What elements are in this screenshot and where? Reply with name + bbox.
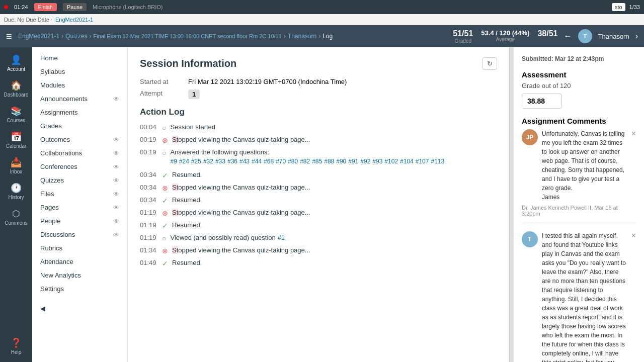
- finish-button[interactable]: Finish: [34, 3, 57, 11]
- q-82[interactable]: #82: [300, 158, 310, 165]
- breadcrumb: EngMed2021-1 › Quizzes › Final Exam 12 M…: [18, 33, 333, 40]
- courses-icon: 📚: [11, 106, 22, 117]
- log-text-10: Resumed.: [172, 259, 202, 266]
- q-91[interactable]: #91: [348, 158, 358, 165]
- breadcrumb-student[interactable]: Thanasorn: [288, 33, 316, 40]
- people-eye-icon: 👁: [113, 218, 119, 225]
- submitted-label: Submitted:: [522, 55, 553, 62]
- comment-author-1: Dr. James Kenneth Powell II, Mar 16 at 3…: [522, 205, 636, 217]
- nav-username[interactable]: Thanasorn: [598, 33, 629, 40]
- q-113[interactable]: #113: [431, 158, 444, 165]
- q-68[interactable]: #68: [264, 158, 274, 165]
- q-70[interactable]: #70: [276, 158, 286, 165]
- sidebar-item-calendar[interactable]: 📅 Calendar: [0, 128, 32, 152]
- left-nav-outcomes-label: Outcomes: [40, 136, 70, 143]
- left-nav-settings[interactable]: Settings: [32, 282, 127, 296]
- q-24[interactable]: #24: [179, 158, 189, 165]
- log-time-4: 00:34: [140, 184, 158, 191]
- sidebar-label-inbox: Inbox: [10, 169, 22, 174]
- sidebar-item-dashboard[interactable]: 🏠 Dashboard: [0, 77, 32, 101]
- hamburger-icon[interactable]: ☰: [6, 33, 12, 40]
- grade-value[interactable]: 38.88: [522, 94, 562, 109]
- q-102[interactable]: #102: [384, 158, 398, 165]
- attempt-value: 1: [188, 89, 200, 99]
- left-nav-quizzes[interactable]: Quizzes 👁: [32, 173, 127, 187]
- sidebar-item-commons[interactable]: ⬡ Commons: [0, 205, 32, 229]
- left-nav-new-analytics-label: New Analytics: [40, 272, 81, 279]
- sidebar-item-history[interactable]: 🕐 History: [0, 179, 32, 203]
- sidebar-item-account[interactable]: 👤 Account: [0, 51, 32, 75]
- q-36[interactable]: #36: [227, 158, 237, 165]
- left-nav-grades[interactable]: Grades: [32, 119, 127, 133]
- q-44[interactable]: #44: [252, 158, 262, 165]
- left-nav-collaborations[interactable]: Collaborations 👁: [32, 146, 127, 160]
- left-nav-people-label: People: [40, 217, 60, 225]
- nav-stats: 51/51 Graded 53.4 / 120 (44%) Average 38…: [453, 29, 557, 44]
- sidebar-label-courses: Courses: [7, 118, 25, 123]
- left-nav-grades-label: Grades: [40, 122, 62, 130]
- left-nav-discussions[interactable]: Discussions 👁: [32, 228, 127, 241]
- log-time-3: 00:34: [140, 171, 158, 178]
- breadcrumb-page: Log: [323, 33, 333, 40]
- nav-back-button[interactable]: ←: [564, 32, 572, 41]
- sidebar-item-courses[interactable]: 📚 Courses: [0, 103, 32, 126]
- log-text-4: Stopped viewing the Canvas quiz-taking p…: [172, 184, 310, 191]
- log-entry-answered: 00:19 ○ Answered the following questions…: [140, 148, 497, 167]
- q-107[interactable]: #107: [416, 158, 429, 165]
- q-43[interactable]: #43: [239, 158, 250, 165]
- q-link-1[interactable]: #1: [277, 234, 284, 241]
- log-entry-6: 01:19 ⊗ Stopped viewing the Canvas quiz-…: [140, 209, 497, 217]
- left-nav-home[interactable]: Home: [32, 51, 127, 65]
- left-nav-files[interactable]: Files 👁: [32, 187, 127, 201]
- q-92[interactable]: #92: [360, 158, 370, 165]
- comment-close-2[interactable]: ×: [631, 231, 636, 240]
- nav-forward-button[interactable]: ›: [635, 32, 638, 41]
- left-nav-modules[interactable]: Modules: [32, 78, 127, 92]
- left-nav-rubrics[interactable]: Rubrics: [32, 241, 127, 255]
- q-88[interactable]: #88: [324, 158, 334, 165]
- left-nav-attendance[interactable]: Attendance: [32, 255, 127, 268]
- search-input-area[interactable]: sto: [612, 3, 625, 11]
- left-nav-syllabus[interactable]: Syllabus: [32, 65, 127, 78]
- q-93[interactable]: #93: [372, 158, 382, 165]
- nav-avatar: T: [578, 29, 592, 43]
- left-nav-conferences[interactable]: Conferences 👁: [32, 160, 127, 173]
- left-nav-discussions-label: Discussions: [40, 231, 75, 238]
- q-33[interactable]: #33: [215, 158, 225, 165]
- q-32[interactable]: #32: [203, 158, 213, 165]
- left-nav-outcomes[interactable]: Outcomes 👁: [32, 133, 127, 146]
- sidebar-item-help[interactable]: ❓ Help: [0, 334, 32, 358]
- comment-close-1[interactable]: ×: [631, 129, 636, 138]
- comment-body-2: I tested this all again myself, and foun…: [542, 231, 627, 362]
- q-90[interactable]: #90: [336, 158, 346, 165]
- sidebar-item-inbox[interactable]: 📥 Inbox: [0, 154, 32, 177]
- left-nav-pages[interactable]: Pages 👁: [32, 201, 127, 214]
- q-104[interactable]: #104: [400, 158, 414, 165]
- breadcrumb-exam[interactable]: Final Exam 12 Mar 2021 TIME 13:00-16:00 …: [93, 33, 281, 39]
- sidebar: 👤 Account 🏠 Dashboard 📚 Courses 📅 Calend…: [0, 47, 32, 362]
- pause-button[interactable]: Pause: [63, 3, 87, 11]
- q-80[interactable]: #80: [288, 158, 298, 165]
- left-nav-new-analytics[interactable]: New Analytics: [32, 268, 127, 282]
- log-icon-7: ✓: [162, 222, 168, 230]
- q-85[interactable]: #85: [312, 158, 322, 165]
- left-nav-assignments[interactable]: Assignments: [32, 106, 127, 119]
- sidebar-label-calendar: Calendar: [6, 143, 27, 149]
- left-nav-people[interactable]: People 👁: [32, 214, 127, 228]
- course-link[interactable]: EngMed2021-1: [55, 17, 93, 23]
- breadcrumb-course[interactable]: EngMed2021-1: [18, 33, 59, 40]
- commons-icon: ⬡: [12, 208, 20, 219]
- recording-dot: [4, 5, 8, 9]
- log-icon-3: ✓: [162, 171, 168, 179]
- left-nav-collapse[interactable]: ◀: [32, 302, 127, 315]
- q-9[interactable]: #9: [170, 158, 177, 165]
- refresh-button[interactable]: ↻: [482, 57, 497, 70]
- recording-time: 01:24: [14, 4, 28, 10]
- breadcrumb-quizzes[interactable]: Quizzes: [65, 33, 87, 40]
- left-nav-announcements[interactable]: Announcements 👁: [32, 92, 127, 106]
- pages-eye-icon: 👁: [113, 204, 119, 211]
- q-25[interactable]: #25: [191, 158, 201, 165]
- log-time-1: 00:19: [140, 136, 158, 143]
- sidebar-label-commons: Commons: [5, 220, 28, 226]
- attempt-label: Attempt: [140, 89, 180, 99]
